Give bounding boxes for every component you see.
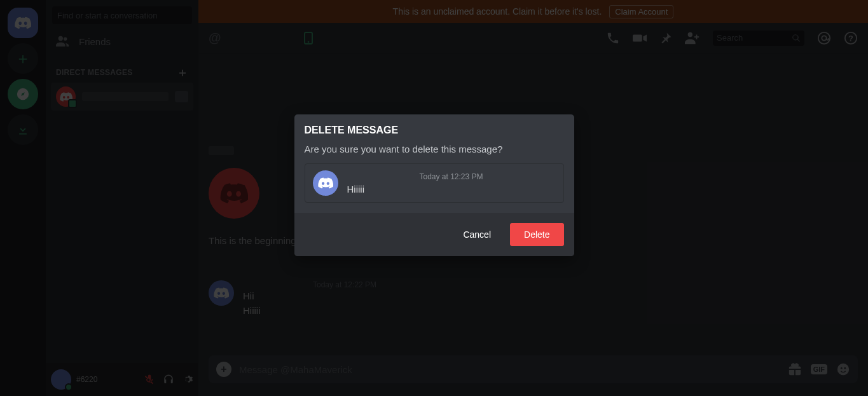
discord-avatar-icon <box>318 177 333 189</box>
delete-message-modal: DELETE MESSAGE Are you sure you want to … <box>294 114 574 256</box>
modal-message-preview: Today at 12:23 PM Hiiiii <box>305 163 564 203</box>
modal-overlay[interactable]: DELETE MESSAGE Are you sure you want to … <box>0 0 868 396</box>
modal-message-time: Today at 12:23 PM <box>347 172 556 181</box>
cancel-button[interactable]: Cancel <box>453 223 501 246</box>
modal-message-body: Hiiiii <box>347 184 556 195</box>
modal-title: DELETE MESSAGE <box>305 125 564 136</box>
modal-actions: Cancel Delete <box>294 213 574 256</box>
delete-button[interactable]: Delete <box>510 223 563 246</box>
modal-subtitle: Are you sure you want to delete this mes… <box>305 144 564 154</box>
modal-message-avatar <box>313 170 338 196</box>
